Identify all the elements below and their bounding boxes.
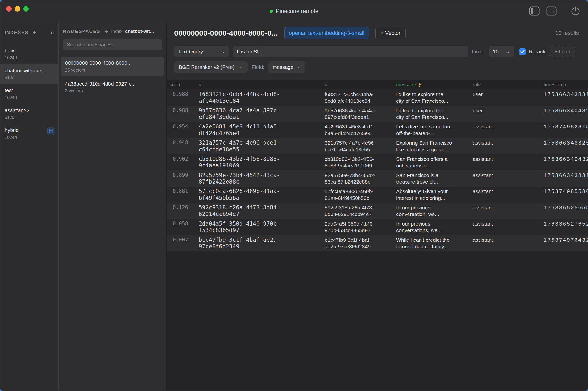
col-header-role[interactable]: role	[473, 82, 544, 88]
col-header-timestamp[interactable]: timestamp	[544, 82, 588, 88]
namespaces-panel: NAMESPACES + Index: chatbot-wit... 00000…	[59, 22, 167, 391]
chevron-down-icon: ⌄	[221, 49, 226, 54]
indexes-panel: INDEXES + « new 1024d chatbot-with-me...…	[0, 22, 59, 391]
sidebar-index-item[interactable]: chatbot-with-me... 512d	[0, 64, 58, 84]
cell-id: b1c47fb9-3c1f-4baf-ae2a-97ce8f6d2349	[325, 237, 396, 251]
index-name: hybrid	[5, 127, 54, 133]
namespace-name: 4a38aced-310d-4d8d-9027-e...	[65, 81, 160, 87]
table-row[interactable]: 0.988 f683121c-0cb4-44ba-8cd8-afe44013ec…	[167, 90, 588, 106]
window-title: Pinecone remote	[0, 8, 588, 14]
field-select[interactable]: message ⌄	[268, 61, 305, 73]
reranker-value: BGE Reranker v2 (Free)	[179, 64, 235, 70]
index-list: new 1024d chatbot-with-me... 512d test 1…	[0, 44, 58, 144]
table-row[interactable]: 0.899 82a5759e-73b4-4542-83ca-87fb2422e8…	[167, 170, 588, 187]
table-row[interactable]: 0.954 4a2e5681-45e8-4c11-b4a5-df424c4765…	[167, 122, 588, 138]
namespaces-panel-title: NAMESPACES	[63, 29, 100, 34]
cell-timestamp: 1753663404323	[544, 107, 588, 122]
window-title-text: Pinecone remote	[276, 8, 319, 14]
cell-score: 0.126	[170, 204, 198, 219]
cell-id-mono: 321a757c-4a7e-4e96-bce1-c64cfde18e55	[198, 139, 325, 154]
toggle-left-panel-icon[interactable]	[529, 6, 539, 16]
cell-score: 0.902	[170, 156, 198, 170]
table-row[interactable]: 0.058 2da04a5f-350d-4140-970b-f534c8365d…	[167, 219, 588, 235]
namespace-search-input[interactable]	[67, 42, 158, 48]
sidebar-index-item[interactable]: test 1024d	[0, 84, 58, 104]
cell-message: San Francisco is a treasure trove of...	[396, 172, 473, 187]
query-type-value: Text Query	[178, 49, 203, 55]
cell-role: assistant	[473, 123, 544, 138]
query-text-input[interactable]: tips for SF	[233, 46, 468, 57]
namespace-name: 00000000-0000-4000-8000...	[65, 60, 160, 66]
cell-id-mono: 4a2e5681-45e8-4c11-b4a5-df424c4765e4	[198, 123, 325, 138]
index-context-label: Index:	[111, 29, 124, 34]
cell-message: Exploring San Francisco like a local is …	[396, 139, 473, 154]
add-filter-button[interactable]: + Filter	[549, 46, 576, 57]
cell-score: 0.954	[170, 123, 198, 138]
cell-id-mono: 592c9318-c26a-4f73-8d84-62914ccb94e7	[198, 204, 325, 219]
col-header-message[interactable]: message	[396, 82, 473, 88]
chevron-down-icon: ⌄	[297, 65, 302, 70]
cell-score: 0.988	[170, 91, 198, 106]
cell-role: assistant	[473, 156, 544, 170]
col-header-id-2[interactable]: id	[325, 82, 396, 88]
cell-timestamp: 1753663483255	[544, 139, 588, 154]
cell-message: Absolutely! Given your interest in explo…	[396, 188, 473, 203]
add-index-button[interactable]: +	[32, 30, 36, 35]
namespace-item[interactable]: 00000000-0000-4000-8000... 25 vectors	[61, 57, 164, 76]
rerank-checkbox[interactable]	[519, 48, 526, 55]
cell-timestamp: 1753749828156	[544, 123, 588, 138]
index-name: test	[5, 88, 54, 94]
cell-id: 9b57d636-4ca7-4a4a-897c-efd84f3edea1	[325, 107, 396, 122]
cell-score: 0.988	[170, 107, 198, 122]
table-row[interactable]: 0.881 57fcc0ca-6826-469b-81aa-6f49f450b5…	[167, 187, 588, 203]
namespace-list: 00000000-0000-4000-8000... 25 vectors 4a…	[59, 57, 166, 98]
namespace-item[interactable]: 4a38aced-310d-4d8d-9027-e... 2 vectors	[61, 78, 164, 97]
col-header-score[interactable]: score	[170, 82, 198, 88]
table-row[interactable]: 0.948 321a757c-4a7e-4e96-bce1-c64cfde18e…	[167, 138, 588, 154]
lightning-bolt-icon	[418, 82, 422, 87]
main-panel: 00000000-0000-4000-8000-0... openai: tex…	[167, 22, 588, 391]
cell-message: San Francisco offers a rich variety of..…	[396, 156, 473, 170]
cell-message: Let's dive into some fun, off-the-beaten…	[396, 123, 473, 138]
table-row[interactable]: 0.126 592c9318-c26a-4f73-8d84-62914ccb94…	[167, 203, 588, 219]
rerank-label: Rerank	[529, 49, 546, 55]
table-row[interactable]: 0.988 9b57d636-4ca7-4a4a-897c-efd84f3ede…	[167, 106, 588, 122]
index-dimension: 1024d	[5, 95, 54, 100]
titlebar: Pinecone remote	[0, 0, 588, 22]
sidebar-index-item[interactable]: hybrid 1024d H	[0, 124, 58, 144]
add-namespace-button[interactable]: +	[104, 29, 108, 34]
index-name: chatbot-with-me...	[5, 68, 54, 74]
cell-id: 4a2e5681-45e8-4c11-b4a5-df424c4765e4	[325, 123, 396, 138]
table-row[interactable]: 0.902 cb310d86-43b2-4f56-8d83-9c4aea1910…	[167, 154, 588, 170]
limit-value: 10	[493, 49, 499, 55]
cell-role: user	[473, 91, 544, 106]
cell-id: cb310d86-43b2-4f56-8d83-9c4aea191069	[325, 156, 396, 170]
cell-id: 2da04a5f-350d-4140-970b-f534c8365d97	[325, 220, 396, 235]
reranker-select[interactable]: BGE Reranker v2 (Free) ⌄	[174, 61, 248, 73]
cell-message: I'd like to explore the city of San Fran…	[396, 91, 473, 106]
cell-score: 0.948	[170, 139, 198, 154]
sidebar-index-item[interactable]: new 1024d	[0, 44, 58, 64]
toggle-right-panel-icon[interactable]	[546, 6, 557, 16]
cell-score: 0.899	[170, 172, 198, 187]
limit-select[interactable]: 10 ⌄	[489, 46, 514, 57]
add-vector-button[interactable]: + Vector	[375, 27, 405, 39]
col-header-id-1[interactable]: id	[198, 82, 325, 88]
results-table: score id id message role timestamp 0.988…	[167, 80, 588, 391]
titlebar-divider	[564, 6, 564, 16]
field-label: Field:	[252, 64, 264, 70]
text-cursor	[261, 48, 261, 55]
chevron-down-icon: ⌄	[239, 65, 244, 70]
collapse-sidebar-icon[interactable]: «	[51, 29, 54, 36]
field-value: message	[272, 64, 293, 70]
table-row[interactable]: 0.007 b1c47fb9-3c1f-4baf-ae2a-97ce8f6d23…	[167, 235, 588, 251]
cell-role: assistant	[473, 220, 544, 235]
embedding-model-badge[interactable]: openai: text-embedding-3-small	[284, 27, 369, 39]
cell-id-mono: f683121c-0cb4-44ba-8cd8-afe44013ec84	[198, 91, 325, 106]
query-type-select[interactable]: Text Query ⌄	[174, 46, 229, 57]
cell-id-mono: b1c47fb9-3c1f-4baf-ae2a-97ce8f6d2349	[198, 237, 325, 251]
cell-id-mono: 2da04a5f-350d-4140-970b-f534c8365d97	[198, 220, 325, 235]
sidebar-index-item[interactable]: assistant-2 512d	[0, 104, 58, 124]
hybrid-badge: H	[47, 127, 55, 135]
power-icon[interactable]	[571, 6, 581, 16]
